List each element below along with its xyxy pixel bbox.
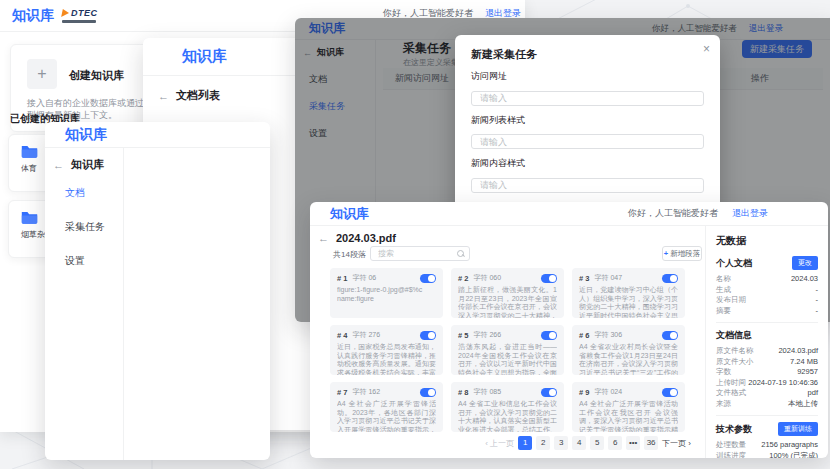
- pagination-page-button[interactable]: 6: [608, 436, 622, 450]
- info-row: 来源 本地上传: [716, 399, 818, 410]
- paragraph-card[interactable]: # 8 字符 085 A4 全省工业和信息化工作会议召开，会议深入学习贯彻党的二…: [451, 382, 564, 432]
- info-row-value: 2156 paragraphs: [761, 440, 818, 451]
- paragraph-enable-toggle[interactable]: [541, 388, 557, 397]
- screenshot-collage: 知识库 DTEC 你好，人工智能爱好者 退出登录 + 创建知识库 接入自有的企业…: [0, 0, 830, 469]
- paragraph-text: A4 全省工业和信息化工作会议召开，会议深入学习贯彻党的二十大精神，认真落实全国…: [458, 400, 557, 432]
- paragraph-card[interactable]: # 5 字符 266 浩荡东风起，奋进正当时——2024年全国税务工作会议在京召…: [451, 325, 564, 375]
- retrain-button[interactable]: 重新训练: [778, 422, 818, 436]
- paragraph-text: A4 全省农业农村局长会议暨全省粮食工作会议1月23日至24日在济南召开，会议深…: [579, 343, 678, 375]
- pagination-next-button[interactable]: 下一页 ›: [662, 438, 691, 449]
- paragraph-index: # 8: [458, 388, 468, 397]
- pagination-page-button[interactable]: 5: [590, 436, 604, 450]
- info-row-label: 名称: [716, 274, 731, 285]
- paragraph-enable-toggle[interactable]: [662, 274, 678, 283]
- info-row-label: 上传时间: [716, 378, 746, 389]
- info-row: 发布日期 -: [716, 295, 818, 306]
- kbnav-sidebar-nav: 文档 采集任务 设置: [65, 186, 105, 288]
- modal-field-input[interactable]: [471, 91, 704, 106]
- pagination-pages: 1 2 3 4 5 6 ••• 36: [518, 436, 658, 450]
- pagination-page-button[interactable]: •••: [626, 436, 640, 450]
- paragraph-index: # 4: [337, 331, 347, 340]
- dtec-brand-logo: DTEC: [62, 9, 98, 23]
- pagination-page-button[interactable]: 3: [554, 436, 568, 450]
- paragraph-card[interactable]: # 2 字符 060 踏上新征程，做强美丽文化。1月22日至23日，2023年全…: [451, 268, 564, 318]
- modal-field: 访问网址: [471, 70, 704, 106]
- personal-doc-title: 个人文档: [716, 257, 752, 270]
- back-arrow-icon[interactable]: ←: [53, 159, 64, 171]
- pagination-page-button[interactable]: 1: [518, 436, 532, 450]
- back-arrow-icon[interactable]: ←: [158, 90, 169, 102]
- docview-main-pane: ← 2024.03.pdf 共14段落 + 新增段落 # 1 字符 06: [310, 226, 705, 458]
- create-card-title: 创建知识库: [69, 68, 124, 83]
- info-row-label: 训练进度: [716, 451, 746, 459]
- info-row-label: 处理数量: [716, 440, 746, 451]
- tech-params-title: 技术参数: [716, 423, 752, 436]
- info-row-label: 发布日期: [716, 295, 746, 306]
- info-row: 原文件大小 7.24 MB: [716, 357, 818, 368]
- search-input[interactable]: [376, 248, 457, 259]
- doc-info-title: 文档信息: [716, 329, 752, 342]
- sidebar-nav-item[interactable]: 采集任务: [65, 220, 105, 234]
- dtec-logo-text: DTEC: [71, 9, 98, 18]
- pagination-prev-button[interactable]: ‹ 上一页: [485, 438, 514, 449]
- paragraph-char-count: 字符 276: [352, 330, 380, 340]
- paragraph-card[interactable]: # 6 字符 306 A4 全省农业农村局长会议暨全省粮食工作会议1月23日至2…: [572, 325, 685, 375]
- info-row: 处理数量 2156 paragraphs: [716, 440, 818, 451]
- paragraph-enable-toggle[interactable]: [420, 331, 436, 340]
- section-divider: [716, 415, 818, 416]
- doc-info-section-header: 文档信息: [716, 329, 818, 342]
- paragraph-enable-toggle[interactable]: [662, 388, 678, 397]
- paragraph-card-header: # 5 字符 266: [458, 330, 557, 340]
- paragraph-char-count: 字符 162: [352, 387, 380, 397]
- paragraph-index: # 2: [458, 274, 468, 283]
- paragraph-char-count: 字符 266: [473, 330, 501, 340]
- pagination-page-button[interactable]: 2: [536, 436, 550, 450]
- paragraph-index: # 3: [579, 274, 589, 283]
- info-row-label: 字数: [716, 367, 731, 378]
- info-row: 字数 92957: [716, 367, 818, 378]
- sidebar-nav-item[interactable]: 文档: [65, 186, 105, 200]
- pagination-page-button[interactable]: 4: [572, 436, 586, 450]
- modal-field-input[interactable]: [471, 178, 704, 193]
- section-divider: [716, 322, 818, 323]
- paragraph-enable-toggle[interactable]: [420, 388, 436, 397]
- paragraph-text: 浩荡东风起，奋进正当时——2024年全国税务工作会议在京召开，会议以习近平新时代…: [458, 343, 557, 375]
- docview-logout-link[interactable]: 退出登录: [732, 207, 768, 220]
- modal-field-input[interactable]: [471, 134, 704, 149]
- paragraph-char-count: 字符 024: [594, 387, 622, 397]
- paragraph-text: figure:1-figure-0.jpg@#$%c name:figure: [337, 286, 436, 318]
- doc-title-row: ← 2024.03.pdf: [318, 232, 396, 244]
- sidebar-nav-item[interactable]: 设置: [65, 254, 105, 268]
- paragraph-card-header: # 2 字符 060: [458, 273, 557, 283]
- add-paragraph-button[interactable]: + 新增段落: [662, 246, 702, 261]
- info-row: 名称 2024.03: [716, 274, 818, 285]
- paragraph-char-count: 字符 085: [473, 387, 501, 397]
- plus-icon: +: [664, 249, 668, 258]
- tech-params-section-header: 技术参数 重新训练: [716, 422, 818, 436]
- home-app-logo: 知识库: [12, 7, 54, 25]
- back-arrow-icon[interactable]: ←: [318, 232, 329, 244]
- tech-params-rows: 处理数量 2156 paragraphs 训练进度 100% (已完成) 嵌入时…: [716, 440, 818, 458]
- paragraph-card[interactable]: # 3 字符 047 近日，党建读物学习中心组（个人）组织集中学习，深入学习贯彻…: [572, 268, 685, 318]
- folder-icon: [21, 210, 38, 224]
- paragraph-card[interactable]: # 4 字符 276 近日，国家税务总局发布通知，认真践行服务学习雷锋精神，推动…: [330, 325, 443, 375]
- folder-icon: [21, 144, 38, 158]
- paragraph-card[interactable]: # 7 字符 162 A4 全社会广泛开展学雷锋活动。2023年，各地区各部门深…: [330, 382, 443, 432]
- info-row-value: -: [816, 285, 819, 296]
- change-button[interactable]: 更改: [792, 256, 818, 270]
- info-row-label: 生成: [716, 285, 731, 296]
- paragraph-search-box: [370, 246, 470, 261]
- docview-greeting-text: 你好，人工智能爱好者: [628, 207, 718, 220]
- paragraph-enable-toggle[interactable]: [420, 274, 436, 283]
- paragraph-index: # 5: [458, 331, 468, 340]
- close-icon[interactable]: ×: [703, 43, 710, 55]
- paragraph-enable-toggle[interactable]: [541, 331, 557, 340]
- info-row-label: 来源: [716, 399, 731, 410]
- info-row-value: 2024.03: [791, 274, 818, 285]
- pagination-page-button[interactable]: 36: [644, 436, 658, 450]
- paragraph-enable-toggle[interactable]: [662, 331, 678, 340]
- info-row-value: -: [816, 295, 819, 306]
- paragraph-enable-toggle[interactable]: [541, 274, 557, 283]
- paragraph-card[interactable]: # 9 字符 024 A4 全社会广泛开展学雷锋活动工作会议在我区召开 会议强调…: [572, 382, 685, 432]
- paragraph-card[interactable]: # 1 字符 06 figure:1-figure-0.jpg@#$%c nam…: [330, 268, 443, 318]
